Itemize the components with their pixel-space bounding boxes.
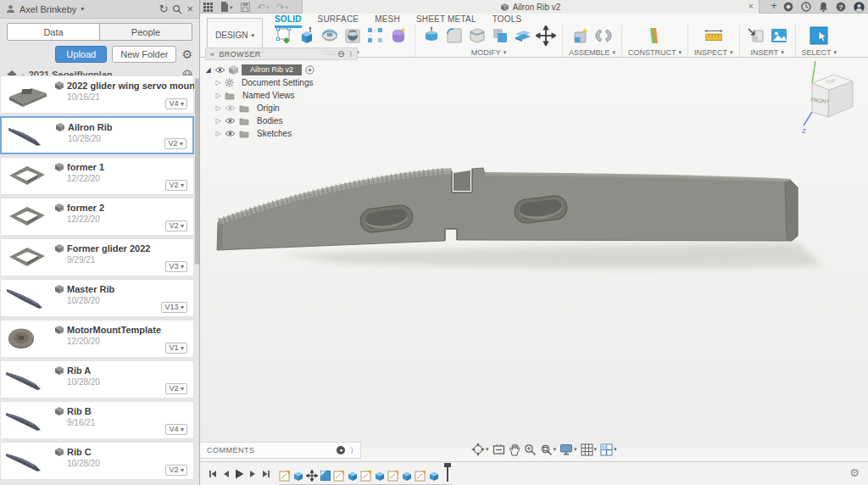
collapsed-caret-icon[interactable]: ▷: [215, 104, 221, 112]
browser-node-label[interactable]: Origin: [253, 103, 284, 114]
save-icon[interactable]: [241, 3, 250, 12]
data-settings-gear-icon[interactable]: ⚙: [181, 48, 192, 60]
user-name[interactable]: Axel Brinkeby: [19, 4, 76, 14]
move-copy-icon[interactable]: [536, 25, 556, 46]
browser-node-label[interactable]: Bodies: [253, 115, 287, 126]
file-menu-icon[interactable]: ▾: [220, 2, 233, 12]
modify-group-label[interactable]: MODIFY▾: [471, 48, 507, 57]
activate-radio-icon[interactable]: [305, 65, 314, 75]
construct-plane-icon[interactable]: [645, 25, 665, 46]
insert-group-label[interactable]: INSERT▾: [750, 48, 783, 57]
inspect-group-label[interactable]: INSPECT▾: [694, 48, 733, 57]
close-tab-icon[interactable]: ×: [748, 1, 754, 11]
chevron-down-icon[interactable]: ▾: [81, 6, 84, 13]
version-chip[interactable]: V4 ▾: [165, 424, 187, 435]
measure-icon[interactable]: [704, 25, 724, 46]
step-back-icon[interactable]: [222, 470, 230, 478]
expanded-caret-icon[interactable]: ◢: [205, 66, 211, 74]
hole-icon[interactable]: [342, 25, 363, 46]
browser-header[interactable]: « BROWSER ⊖ ⟩: [205, 47, 358, 60]
viewports-icon[interactable]: ▾: [600, 443, 617, 456]
list-item[interactable]: Rib B 9/16/21 V4 ▾: [0, 401, 194, 439]
browser-node-label[interactable]: Named Views: [238, 90, 299, 101]
refresh-icon[interactable]: ↻: [159, 3, 169, 14]
skip-to-start-icon[interactable]: [209, 470, 217, 478]
split-body-icon[interactable]: [513, 25, 533, 46]
timeline-position-marker[interactable]: [443, 463, 452, 482]
redo-icon[interactable]: ↷▾: [276, 3, 288, 12]
display-settings-icon[interactable]: ▾: [559, 443, 577, 455]
shell-icon[interactable]: [467, 25, 487, 46]
timeline-sketch-feature-icon[interactable]: [279, 470, 291, 482]
step-forward-icon[interactable]: [249, 470, 257, 478]
app-grid-icon[interactable]: [203, 3, 213, 12]
timeline-extrude-feature-icon[interactable]: [401, 470, 413, 482]
collapsed-caret-icon[interactable]: ▷: [215, 92, 221, 99]
version-chip[interactable]: V2 ▾: [164, 138, 186, 149]
new-tab-button[interactable]: +: [766, 0, 782, 14]
zoom-icon[interactable]: [524, 443, 537, 456]
browser-node-row[interactable]: ▷ Origin: [205, 102, 358, 114]
new-folder-button[interactable]: New Folder: [112, 46, 176, 63]
look-at-icon[interactable]: [492, 443, 505, 455]
timeline-boundary-feature-icon[interactable]: [320, 470, 331, 482]
play-icon[interactable]: [235, 469, 244, 479]
fit-view-icon[interactable]: ▾: [540, 443, 557, 456]
timeline-sketch-feature-icon[interactable]: [333, 470, 345, 482]
version-chip[interactable]: V2 ▾: [165, 180, 187, 191]
collapsed-caret-icon[interactable]: ▷: [215, 117, 221, 125]
version-chip[interactable]: V2 ▾: [165, 465, 187, 476]
profile-avatar[interactable]: [854, 2, 865, 13]
upload-button[interactable]: Upload: [55, 46, 107, 63]
timeline-extrude-feature-icon[interactable]: [374, 470, 386, 482]
create-form-icon[interactable]: [388, 25, 409, 46]
browser-node-label[interactable]: Document Settings: [237, 77, 318, 88]
browser-root-label[interactable]: Ailron Rib v2: [242, 64, 302, 75]
list-item[interactable]: former 2 12/22/20 V2 ▾: [0, 198, 194, 236]
select-tool-icon[interactable]: [809, 25, 829, 46]
timeline-extrude-feature-icon[interactable]: [292, 470, 304, 482]
new-component-icon[interactable]: [570, 25, 591, 46]
sidebar-scrollbar[interactable]: [195, 78, 199, 265]
help-icon[interactable]: ?: [836, 2, 846, 12]
list-item[interactable]: former 1 12/22/20 V2 ▾: [0, 157, 194, 195]
comments-indicator-icon[interactable]: ●: [337, 446, 345, 454]
select-group-label[interactable]: SELECT▾: [802, 48, 837, 57]
list-item[interactable]: MotorMountTemplate 12/20/20 V1 ▾: [0, 320, 194, 358]
version-chip[interactable]: V3 ▾: [165, 261, 187, 272]
panel-resize-grip[interactable]: ⟩: [350, 446, 353, 454]
version-chip[interactable]: V4 ▾: [165, 98, 187, 109]
undo-icon[interactable]: ↶▾: [258, 3, 270, 12]
search-icon[interactable]: [172, 4, 182, 14]
timeline-sketch-feature-icon[interactable]: [415, 470, 426, 482]
collapsed-caret-icon[interactable]: ▷: [215, 79, 221, 86]
browser-node-label[interactable]: Sketches: [253, 128, 296, 139]
press-pull-icon[interactable]: [421, 25, 442, 46]
panel-resize-grip[interactable]: ⟩: [349, 50, 353, 59]
list-item-selected[interactable]: Ailron Rib 10/28/20 V2 ▾: [0, 116, 194, 154]
browser-root-row[interactable]: ◢ Ailron Rib v2: [205, 64, 358, 76]
insert-canvas-icon[interactable]: [769, 25, 789, 46]
orbit-icon[interactable]: ▾: [471, 443, 489, 456]
grid-layout-icon[interactable]: ▾: [581, 443, 598, 456]
create-sketch-icon[interactable]: [274, 25, 294, 46]
timeline-move-feature-icon[interactable]: [306, 470, 318, 482]
collapse-panel-icon[interactable]: «: [210, 50, 214, 59]
job-status-clock-icon[interactable]: [801, 2, 811, 12]
list-item[interactable]: Former glider 2022 9/29/21 V3 ▾: [0, 238, 194, 276]
browser-node-row[interactable]: ▷ Named Views: [205, 89, 358, 102]
extrude-icon[interactable]: [297, 25, 317, 46]
collapsed-caret-icon[interactable]: ▷: [215, 130, 221, 137]
combine-icon[interactable]: [490, 25, 510, 46]
tab-people[interactable]: People: [99, 24, 192, 40]
comments-panel[interactable]: COMMENTS ● ⟩: [200, 442, 361, 459]
eye-icon[interactable]: [225, 130, 236, 137]
browser-node-row[interactable]: ▷ Document Settings: [205, 76, 358, 89]
timeline-extrude-feature-icon[interactable]: [347, 470, 359, 482]
construct-group-label[interactable]: CONSTRUCT▾: [628, 48, 682, 57]
version-chip[interactable]: V13 ▾: [161, 302, 187, 313]
list-item[interactable]: 2022 glider wing servo mount 10/16/21 V4…: [0, 75, 194, 114]
pan-hand-icon[interactable]: [509, 443, 520, 456]
list-item[interactable]: Rib A 10/28/20 V2 ▾: [0, 360, 194, 399]
extensions-icon[interactable]: [783, 2, 793, 12]
